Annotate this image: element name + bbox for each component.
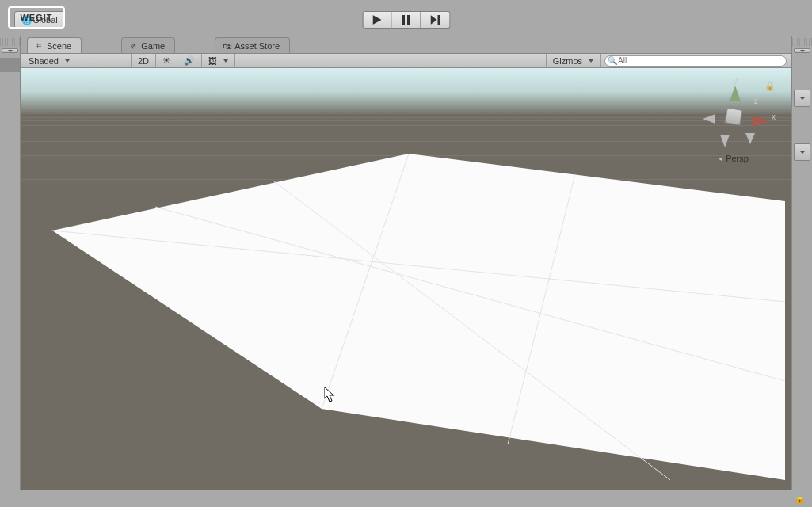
toggle-2d-label: 2D xyxy=(138,56,149,66)
gizmo-y-axis[interactable] xyxy=(730,86,741,101)
scene-search-input[interactable] xyxy=(604,55,787,67)
axis-z-label: z xyxy=(754,97,758,105)
right-dock-dropdown[interactable] xyxy=(794,143,810,161)
right-dock-column[interactable] xyxy=(791,36,812,490)
speaker-icon: 🔊 xyxy=(184,55,195,66)
gizmo-neg-axis[interactable] xyxy=(703,114,715,124)
svg-marker-11 xyxy=(324,387,334,402)
toggle-2d-button[interactable]: 2D xyxy=(132,54,156,67)
status-bar: 🔒 xyxy=(0,490,812,507)
pause-icon xyxy=(402,15,410,25)
picture-icon: 🖼 xyxy=(208,56,217,66)
tab-asset-store-label: Asset Store xyxy=(234,41,280,51)
overlay-badge: WEGIT xyxy=(8,6,65,29)
step-icon xyxy=(430,15,440,25)
editor-center: ⌗ Scene ⌀ Game 🛍 Asset Store Shaded xyxy=(21,36,791,490)
sun-icon: ☀ xyxy=(162,55,170,66)
projection-label: Persp xyxy=(726,154,749,163)
left-dock-placeholder xyxy=(0,58,20,72)
right-dock-dropdown[interactable] xyxy=(794,90,810,107)
orientation-gizmo[interactable]: 🔒 x y z Persp xyxy=(690,81,777,163)
plane-geometry xyxy=(21,68,791,490)
gizmo-x-axis[interactable] xyxy=(753,116,769,127)
audio-toggle[interactable]: 🔊 xyxy=(177,54,202,67)
gizmo-neg-axis[interactable] xyxy=(745,133,755,144)
svg-marker-0 xyxy=(372,15,381,25)
tab-asset-store[interactable]: 🛍 Asset Store xyxy=(215,37,290,53)
left-dock-column[interactable] xyxy=(0,36,21,490)
svg-rect-2 xyxy=(407,15,410,25)
lock-icon[interactable]: 🔒 xyxy=(794,493,806,504)
lighting-toggle[interactable]: ☀ xyxy=(156,54,177,67)
dock-grip-icon xyxy=(0,38,20,46)
svg-rect-4 xyxy=(437,15,440,25)
shading-mode-dropdown[interactable]: Shaded xyxy=(21,54,132,67)
cursor-icon xyxy=(324,387,335,402)
pause-button[interactable] xyxy=(391,11,421,29)
left-dock-dropdown[interactable] xyxy=(2,48,18,53)
overlay-badge-label: WEGIT xyxy=(20,13,52,22)
tab-scene-label: Scene xyxy=(47,41,71,51)
svg-marker-5 xyxy=(52,154,785,480)
dock-grip-icon xyxy=(792,38,812,46)
right-dock-dropdown[interactable] xyxy=(794,48,810,53)
scene-icon: ⌗ xyxy=(34,40,44,51)
tab-game-label: Game xyxy=(141,41,165,51)
search-icon: 🔍 xyxy=(608,56,617,65)
gizmo-neg-axis[interactable] xyxy=(720,135,730,147)
axis-x-label: x xyxy=(772,112,776,121)
asset-store-icon: 🛍 xyxy=(222,41,231,51)
play-icon xyxy=(372,15,381,25)
projection-toggle[interactable]: Persp xyxy=(690,154,777,163)
play-button[interactable] xyxy=(362,11,391,29)
fx-dropdown[interactable]: 🖼 xyxy=(202,54,235,67)
axis-y-label: y xyxy=(734,76,738,85)
editor-middle: ⌗ Scene ⌀ Game 🛍 Asset Store Shaded xyxy=(0,36,812,490)
svg-marker-3 xyxy=(430,15,436,25)
unity-editor-window: 🌐 Global WEGIT xyxy=(0,0,812,507)
game-icon: ⌀ xyxy=(128,40,138,51)
gizmos-dropdown[interactable]: Gizmos xyxy=(546,54,600,67)
scene-toolbar: Shaded 2D ☀ 🔊 🖼 xyxy=(21,54,791,68)
scene-viewport[interactable]: 🔒 x y z Persp xyxy=(21,68,791,490)
editor-topbar: 🌐 Global WEGIT xyxy=(0,0,812,36)
tab-scene[interactable]: ⌗ Scene xyxy=(27,37,82,53)
play-controls-group xyxy=(362,11,450,29)
tab-game[interactable]: ⌀ Game xyxy=(121,37,175,53)
scene-toolbar-right: Gizmos 🔍 xyxy=(546,54,791,67)
view-tabs: ⌗ Scene ⌀ Game 🛍 Asset Store xyxy=(21,36,791,54)
shading-mode-label: Shaded xyxy=(29,56,59,66)
gizmo-cube[interactable] xyxy=(724,107,742,125)
scene-toolbar-left: Shaded 2D ☀ 🔊 🖼 xyxy=(21,54,235,67)
step-button[interactable] xyxy=(421,11,450,29)
scene-search: 🔍 xyxy=(600,54,791,67)
gizmos-label: Gizmos xyxy=(553,56,582,66)
svg-rect-1 xyxy=(402,15,405,25)
